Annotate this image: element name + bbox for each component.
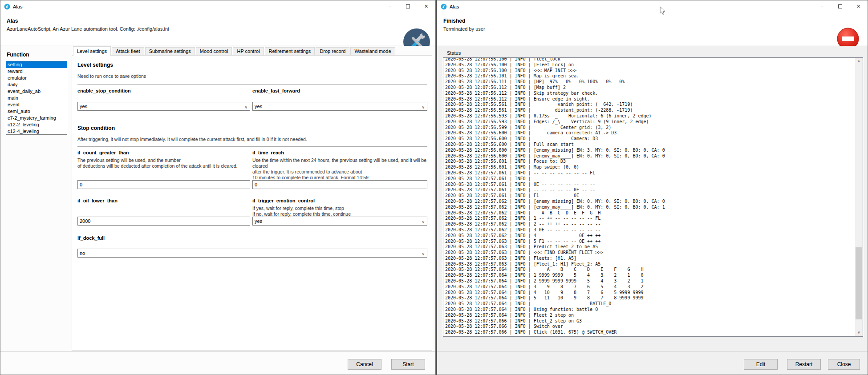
tab-drop-record[interactable]: Drop record bbox=[316, 47, 349, 56]
log-line: 2020-05-28 12:07:56.561 | INFO | vanish_… bbox=[445, 102, 855, 108]
scroll-up-icon[interactable]: ∧ bbox=[855, 58, 863, 65]
config-title: Alas bbox=[7, 18, 18, 24]
section-title-level-settings: Level settings bbox=[77, 62, 113, 68]
tab-retirement-settings[interactable]: Retirement settings bbox=[265, 47, 315, 56]
status-group-label: Status bbox=[447, 50, 461, 56]
window-title: Alas bbox=[450, 4, 459, 9]
log-line: 2020-05-28 12:07:57.064 | INFO | 4 10 9 … bbox=[445, 290, 855, 296]
if-count-greater-than-input[interactable] bbox=[77, 180, 250, 189]
tab-wasteland-mode[interactable]: Wasteland mode bbox=[350, 47, 395, 56]
function-item-emulator[interactable]: emulator bbox=[6, 75, 67, 81]
left-body: Function settingrewardemulatordailyevent… bbox=[0, 46, 435, 375]
label-if-dock-full: if_dock_full bbox=[77, 235, 105, 241]
config-subtitle: AzurLaneAutoScript, An Azur Lane automat… bbox=[7, 26, 169, 32]
log-line: 2020-05-28 12:07:56.100 | INFO | [Fleet_… bbox=[445, 62, 855, 68]
function-item-c12-4_leveling[interactable]: c12-4_leveling bbox=[6, 128, 67, 135]
restart-button[interactable]: Restart bbox=[787, 359, 821, 370]
log-line: 2020-05-28 12:07:57.062 | INFO | [enemy_… bbox=[445, 205, 855, 210]
log-line: 2020-05-28 12:07:57.063 | INFO | Predict… bbox=[445, 244, 855, 250]
scrollbar-thumb[interactable] bbox=[856, 247, 862, 320]
function-item-setting[interactable]: setting bbox=[6, 61, 67, 68]
tab-pane-level-settings: Level settings Need to run once to save … bbox=[72, 55, 432, 351]
log-line: 2020-05-28 12:07:56.100 | INFO | fleet_l… bbox=[445, 58, 855, 62]
divider bbox=[77, 84, 427, 85]
log-line: 2020-05-28 12:07:57.062 | INFO | [enemy_… bbox=[445, 199, 855, 205]
tab-attack-fleet[interactable]: Attack fleet bbox=[112, 47, 144, 56]
right-body: Status 2020-05-28 12:07:56.100 | INFO | … bbox=[437, 46, 868, 375]
log-line: 2020-05-28 12:07:57.061 | INFO | -- -- -… bbox=[445, 176, 855, 182]
select-value: yes bbox=[255, 218, 262, 224]
function-item-c7-2_mystery_farming[interactable]: c7-2_mystery_farming bbox=[6, 115, 67, 121]
left-window: Alas − ✕ Alas AzurLaneAutoScript, An Azu… bbox=[0, 0, 436, 375]
enable-fast-forward-select[interactable]: yes ∨ bbox=[252, 102, 427, 111]
log-line: 2020-05-28 12:07:57.064 | INFO | -------… bbox=[445, 301, 855, 307]
run-status-title: Finished bbox=[443, 18, 465, 24]
minimize-button-icon[interactable]: − bbox=[381, 0, 399, 12]
log-line: 2020-05-28 12:07:56.600 | INFO | Full sc… bbox=[445, 142, 855, 148]
log-lines: 2020-05-28 12:07:56.100 | INFO | fleet_l… bbox=[443, 58, 855, 336]
left-title-bar: Alas − ✕ bbox=[0, 0, 435, 12]
function-item-event_daily_ab[interactable]: event_daily_ab bbox=[6, 88, 67, 95]
function-item-event[interactable]: event bbox=[6, 101, 67, 108]
log-line: 2020-05-28 12:07:56.593 | INFO | 0.175s … bbox=[445, 113, 855, 119]
app-icon bbox=[441, 4, 447, 10]
chevron-down-icon: ∨ bbox=[244, 103, 247, 111]
log-line: 2020-05-28 12:07:57.062 | INFO | 3 0E --… bbox=[445, 227, 855, 233]
close-button[interactable]: Close bbox=[828, 359, 860, 370]
function-panel-label: Function bbox=[7, 52, 29, 58]
run-status-subtitle: Terminated by user bbox=[443, 26, 485, 32]
label-if-count-greater-than: if_count_greater_than bbox=[77, 150, 129, 155]
app-icon bbox=[4, 4, 10, 10]
chevron-down-icon: ∨ bbox=[422, 250, 425, 258]
log-line: 2020-05-28 12:07:56.112 | INFO | Ensure … bbox=[445, 97, 855, 102]
log-line: 2020-05-28 12:07:57.062 | INFO | 1 -- ++… bbox=[445, 216, 855, 222]
edit-button[interactable]: Edit bbox=[744, 359, 778, 370]
start-button[interactable]: Start bbox=[391, 359, 425, 370]
log-line: 2020-05-28 12:07:57.064 | INFO | A B C D… bbox=[445, 267, 855, 273]
log-line: 2020-05-28 12:07:56.600 | INFO | [enemy_… bbox=[445, 153, 855, 159]
maximize-button-icon[interactable] bbox=[399, 0, 417, 12]
log-line: 2020-05-28 12:07:57.066 | INFO | Switch … bbox=[445, 324, 855, 330]
window-title: Alas bbox=[13, 4, 22, 9]
log-line: 2020-05-28 12:07:57.062 | INFO | A B C D… bbox=[445, 210, 855, 216]
if-dock-full-select[interactable]: no ∨ bbox=[77, 249, 427, 258]
function-item-daily[interactable]: daily bbox=[6, 81, 67, 88]
chevron-down-icon: ∨ bbox=[422, 218, 425, 226]
if-time-reach-input[interactable] bbox=[252, 180, 427, 189]
footer-divider bbox=[0, 351, 435, 352]
enable-stop-condition-select[interactable]: yes ∨ bbox=[77, 102, 250, 111]
log-line: 2020-05-28 12:07:57.061 | INFO | -- -- -… bbox=[445, 187, 855, 193]
log-line: 2020-05-28 12:07:57.064 | INFO | 3 9 8 7… bbox=[445, 284, 855, 290]
tab-mood-control[interactable]: Mood control bbox=[196, 47, 232, 56]
minimize-button-icon[interactable]: − bbox=[813, 0, 831, 12]
divider bbox=[77, 146, 427, 147]
function-item-reward[interactable]: reward bbox=[6, 68, 67, 75]
function-item-semi_auto[interactable]: semi_auto bbox=[6, 108, 67, 115]
if-trigger-emotion-control-select[interactable]: yes ∨ bbox=[252, 217, 427, 226]
if-oil-lower-than-input[interactable] bbox=[77, 217, 250, 226]
log-line: 2020-05-28 12:07:57.064 | INFO | 5 11 10… bbox=[445, 295, 855, 301]
tab-submarine-settings[interactable]: Submarine settings bbox=[145, 47, 195, 56]
log-box[interactable]: 2020-05-28 12:07:56.100 | INFO | fleet_l… bbox=[443, 57, 863, 337]
settings-tab-widget: Level settingsAttack fleetSubmarine sett… bbox=[72, 46, 432, 351]
right-title-bar: Alas − ✕ bbox=[437, 0, 868, 12]
function-item-c12-2_leveling[interactable]: c12-2_leveling bbox=[6, 121, 67, 128]
log-line: 2020-05-28 12:07:57.062 | INFO | 4 -- --… bbox=[445, 233, 855, 239]
log-line: 2020-05-28 12:07:56.600 | INFO | Camera:… bbox=[445, 136, 855, 142]
cancel-button[interactable]: Cancel bbox=[348, 359, 381, 370]
scroll-down-icon[interactable]: ∨ bbox=[855, 329, 863, 336]
tab-level-settings[interactable]: Level settings bbox=[73, 46, 111, 56]
log-line: 2020-05-28 12:07:57.064 | INFO | 1 9999 … bbox=[445, 273, 855, 278]
maximize-button-icon[interactable] bbox=[831, 0, 849, 12]
tab-hp-control[interactable]: HP control bbox=[233, 47, 264, 56]
function-item-main[interactable]: main bbox=[6, 95, 67, 101]
close-button-icon[interactable]: ✕ bbox=[849, 0, 868, 12]
log-line: 2020-05-28 12:07:57.064 | INFO | 2 9999 … bbox=[445, 278, 855, 284]
label-enable-stop-condition: enable_stop_condition bbox=[77, 88, 131, 93]
log-line: 2020-05-28 12:07:56.593 | INFO | Edges: … bbox=[445, 119, 855, 125]
log-scrollbar[interactable]: ∧ ∨ bbox=[855, 58, 863, 336]
function-list[interactable]: settingrewardemulatordailyevent_daily_ab… bbox=[6, 61, 67, 135]
log-line: 2020-05-28 12:07:56.561 | INFO | distant… bbox=[445, 108, 855, 113]
select-value: yes bbox=[80, 104, 87, 109]
close-button-icon[interactable]: ✕ bbox=[417, 0, 435, 12]
